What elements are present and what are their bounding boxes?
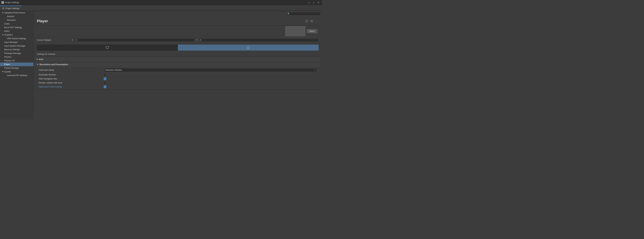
tab-project-settings[interactable]: Project Settings <box>0 6 22 11</box>
sidebar-label-input-manager: Input Manager <box>4 41 18 43</box>
sidebar-item-editor[interactable]: Editor <box>0 29 34 33</box>
sidebar-label-burst-aot: Burst AOT Settings <box>4 26 22 29</box>
resizable-window-row: Resizable Window <box>35 73 320 77</box>
sidebar-triangle-graphics <box>2 34 4 35</box>
title-bar-title: Project Settings <box>5 1 19 4</box>
sidebar-item-preset-manager[interactable]: Preset Manager <box>0 66 34 70</box>
resolution-panel-triangle <box>37 64 38 65</box>
tab-bar: Project Settings <box>0 5 322 11</box>
tab-settings-icon <box>2 7 4 9</box>
sidebar-label-preset-manager: Preset Manager <box>4 67 19 69</box>
desktop-platform-tab[interactable] <box>37 45 178 51</box>
sidebar-item-quality[interactable]: Quality <box>0 70 34 74</box>
resolution-panel-label: Resolution and Presentation <box>40 63 68 66</box>
sidebar-label-urp-global: URP Global Settings <box>7 37 26 40</box>
platform-tabs <box>37 45 319 51</box>
resolution-panel-header[interactable]: Resolution and Presentation <box>35 62 320 67</box>
sidebar-item-android[interactable]: Android <box>0 14 34 18</box>
svg-rect-20 <box>106 46 109 48</box>
hide-nav-bar-row: Hide Navigation Bar <box>35 77 320 81</box>
sidebar-item-audio[interactable]: Audio <box>0 22 34 26</box>
svg-point-24 <box>248 48 249 48</box>
svg-point-1 <box>2 2 3 3</box>
sidebar-item-package-manager[interactable]: Package Manager <box>0 51 34 55</box>
optimized-frame-pacing-label[interactable]: Optimized Frame Pacing <box>38 86 102 88</box>
android-platform-tab[interactable] <box>178 45 319 51</box>
cursor-x-input[interactable] <box>75 38 195 42</box>
svg-point-17 <box>311 20 312 21</box>
x-label: X <box>72 39 74 41</box>
sidebar-item-physics-2d[interactable]: Physics 2D <box>0 59 34 62</box>
icon-select-row: Select <box>34 25 322 37</box>
icon-image-placeholder <box>285 26 306 36</box>
settings-for-android-label: Settings for Android <box>37 53 55 55</box>
cursor-y-group: Y <box>196 38 319 42</box>
sidebar-item-universal-rp[interactable]: Universal RP Settings <box>0 74 34 77</box>
sidebar-label-physics: Physics <box>4 56 12 58</box>
help-button[interactable]: ? <box>305 19 308 23</box>
sidebar-item-memory-settings[interactable]: Memory Settings <box>0 48 34 51</box>
app-icon <box>1 1 4 4</box>
resolution-panel-body: Fullscreen Mode Fullscreen Window Window… <box>35 67 320 89</box>
svg-point-7 <box>3 8 4 9</box>
resolution-panel: Resolution and Presentation Fullscreen M… <box>35 62 320 90</box>
fullscreen-mode-select[interactable]: Fullscreen Window Windowed Maximized Win… <box>104 68 317 72</box>
sidebar-label-simulator: Simulator <box>7 19 16 21</box>
icon-panel: Icon <box>35 57 320 62</box>
svg-point-23 <box>248 48 248 48</box>
svg-point-18 <box>312 21 312 21</box>
sidebar-label-player: Player <box>4 63 10 65</box>
page-title: Player <box>37 19 48 23</box>
search-bar: 🔍 <box>285 11 322 16</box>
more-button[interactable]: ⋮ <box>315 19 319 23</box>
cursor-hotspot-row: Cursor Hotspot X Y <box>34 37 322 43</box>
fullscreen-mode-wrapper: Fullscreen Window Windowed Maximized Win… <box>104 68 317 72</box>
resizable-window-label: Resizable Window <box>38 74 102 76</box>
maximize-button[interactable]: □ <box>312 1 316 4</box>
svg-point-27 <box>247 46 248 47</box>
y-label: Y <box>196 39 198 41</box>
sidebar-label-android: Android <box>7 15 14 17</box>
settings-button[interactable] <box>310 19 314 23</box>
sidebar-item-adaptive-performance[interactable]: Adaptive Performance <box>0 11 34 14</box>
sidebar: Adaptive PerformanceAndroidSimulatorAudi… <box>0 11 34 120</box>
settings-for-android-header: Settings for Android <box>34 52 322 56</box>
sidebar-label-quality: Quality <box>4 71 11 73</box>
svg-point-28 <box>249 46 249 47</box>
minimize-button[interactable]: — <box>307 1 311 4</box>
sidebar-label-audio: Audio <box>4 23 10 25</box>
icon-panel-header[interactable]: Icon <box>35 57 320 61</box>
tab-label: Project Settings <box>5 7 20 9</box>
render-safe-area-label: Render outside safe area <box>38 82 102 84</box>
cursor-hotspot-label: Cursor Hotspot <box>37 39 70 41</box>
sidebar-item-graphics[interactable]: Graphics <box>0 33 34 37</box>
sidebar-item-urp-global[interactable]: URP Global Settings <box>0 37 34 40</box>
sidebar-item-physics[interactable]: Physics <box>0 55 34 59</box>
sidebar-item-burst-aot[interactable]: Burst AOT Settings <box>0 26 34 29</box>
render-safe-area-checkbox[interactable] <box>104 81 106 84</box>
fullscreen-mode-label: Fullscreen Mode <box>38 69 102 71</box>
search-wrapper: 🔍 <box>286 12 321 15</box>
sidebar-item-input-system-package[interactable]: Input System Package <box>0 44 34 48</box>
sidebar-item-simulator[interactable]: Simulator <box>0 18 34 22</box>
title-bar-controls: — □ ✕ <box>307 1 321 4</box>
sidebar-label-package-manager: Package Manager <box>4 52 21 54</box>
content-area: 🔍 Player ? <box>34 11 322 120</box>
close-button[interactable]: ✕ <box>316 1 321 4</box>
cursor-y-input[interactable] <box>199 38 319 42</box>
optimized-frame-pacing-checkbox[interactable] <box>104 85 106 88</box>
search-input[interactable] <box>286 12 321 15</box>
cursor-x-group: X <box>72 38 195 42</box>
sidebar-triangle-quality <box>2 71 4 72</box>
sidebar-item-player[interactable]: Player <box>0 62 34 66</box>
resizable-window-checkbox[interactable] <box>104 73 106 76</box>
optimized-frame-pacing-row: Optimized Frame Pacing <box>35 85 320 89</box>
main-layout: Adaptive PerformanceAndroidSimulatorAudi… <box>0 11 322 120</box>
select-button[interactable]: Select <box>307 29 317 33</box>
hide-nav-bar-checkbox[interactable] <box>104 77 106 80</box>
sidebar-label-memory-settings: Memory Settings <box>4 48 20 51</box>
sidebar-item-input-manager[interactable]: Input Manager <box>0 40 34 44</box>
player-header: Player ? <box>34 16 322 25</box>
sidebar-label-adaptive-performance: Adaptive Performance <box>4 11 25 14</box>
fullscreen-mode-row: Fullscreen Mode Fullscreen Window Window… <box>35 67 320 73</box>
